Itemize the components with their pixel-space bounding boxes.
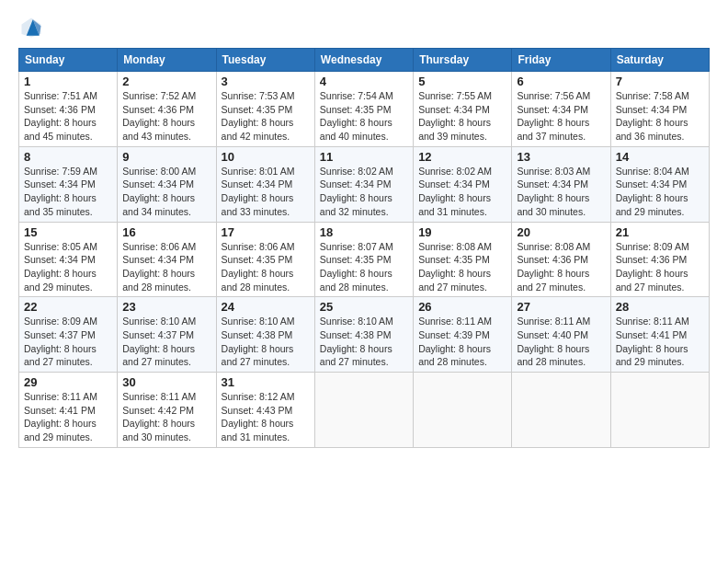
day-cell: 16Sunrise: 8:06 AM Sunset: 4:34 PM Dayli… xyxy=(118,222,216,297)
day-cell: 9Sunrise: 8:00 AM Sunset: 4:34 PM Daylig… xyxy=(118,146,216,222)
day-cell: 22Sunrise: 8:09 AM Sunset: 4:37 PM Dayli… xyxy=(19,297,118,373)
day-cell: 11Sunrise: 8:02 AM Sunset: 4:34 PM Dayli… xyxy=(314,146,413,222)
day-cell: 15Sunrise: 8:05 AM Sunset: 4:34 PM Dayli… xyxy=(19,222,118,297)
calendar-page: SundayMondayTuesdayWednesdayThursdayFrid… xyxy=(0,0,728,457)
day-info: Sunrise: 8:06 AM Sunset: 4:35 PM Dayligh… xyxy=(222,240,310,294)
day-cell: 14Sunrise: 8:04 AM Sunset: 4:34 PM Dayli… xyxy=(610,146,709,222)
day-cell xyxy=(610,373,709,448)
day-cell: 21Sunrise: 8:09 AM Sunset: 4:36 PM Dayli… xyxy=(610,222,709,297)
day-number: 22 xyxy=(24,300,112,314)
day-number: 10 xyxy=(222,150,310,164)
day-cell: 19Sunrise: 8:08 AM Sunset: 4:35 PM Dayli… xyxy=(414,222,512,297)
day-info: Sunrise: 8:11 AM Sunset: 4:40 PM Dayligh… xyxy=(517,315,605,369)
day-number: 6 xyxy=(517,75,605,88)
day-cell: 20Sunrise: 8:08 AM Sunset: 4:36 PM Dayli… xyxy=(512,222,610,297)
day-cell: 8Sunrise: 7:59 AM Sunset: 4:34 PM Daylig… xyxy=(19,146,118,222)
day-cell: 13Sunrise: 8:03 AM Sunset: 4:34 PM Dayli… xyxy=(512,146,610,222)
day-info: Sunrise: 8:10 AM Sunset: 4:37 PM Dayligh… xyxy=(122,315,210,369)
day-info: Sunrise: 8:10 AM Sunset: 4:38 PM Dayligh… xyxy=(320,315,408,369)
logo-icon xyxy=(18,15,44,40)
day-number: 15 xyxy=(24,225,112,239)
column-header-thursday: Thursday xyxy=(414,49,512,72)
day-number: 29 xyxy=(24,375,112,389)
day-cell: 3Sunrise: 7:53 AM Sunset: 4:35 PM Daylig… xyxy=(216,72,314,147)
day-info: Sunrise: 8:11 AM Sunset: 4:42 PM Dayligh… xyxy=(122,390,210,444)
day-number: 24 xyxy=(222,300,310,314)
day-info: Sunrise: 8:00 AM Sunset: 4:34 PM Dayligh… xyxy=(122,165,210,219)
day-cell: 4Sunrise: 7:54 AM Sunset: 4:35 PM Daylig… xyxy=(314,72,413,147)
day-number: 25 xyxy=(320,300,408,314)
day-number: 16 xyxy=(122,225,210,239)
day-info: Sunrise: 7:56 AM Sunset: 4:34 PM Dayligh… xyxy=(517,89,605,144)
day-info: Sunrise: 8:08 AM Sunset: 4:36 PM Dayligh… xyxy=(517,240,605,294)
day-info: Sunrise: 8:04 AM Sunset: 4:34 PM Dayligh… xyxy=(616,165,704,219)
day-cell: 10Sunrise: 8:01 AM Sunset: 4:34 PM Dayli… xyxy=(216,146,314,222)
column-header-friday: Friday xyxy=(512,49,610,72)
day-info: Sunrise: 8:12 AM Sunset: 4:43 PM Dayligh… xyxy=(222,390,310,444)
day-number: 31 xyxy=(222,375,310,389)
header-row: SundayMondayTuesdayWednesdayThursdayFrid… xyxy=(19,49,710,72)
day-info: Sunrise: 8:10 AM Sunset: 4:38 PM Dayligh… xyxy=(222,315,310,369)
day-number: 3 xyxy=(222,75,310,88)
calendar-table: SundayMondayTuesdayWednesdayThursdayFrid… xyxy=(18,48,710,448)
day-number: 19 xyxy=(418,225,506,239)
day-cell xyxy=(512,373,610,448)
day-info: Sunrise: 7:53 AM Sunset: 4:35 PM Dayligh… xyxy=(222,89,310,144)
day-number: 12 xyxy=(418,150,506,164)
day-number: 17 xyxy=(222,225,310,239)
column-header-monday: Monday xyxy=(118,49,216,72)
day-cell: 25Sunrise: 8:10 AM Sunset: 4:38 PM Dayli… xyxy=(314,297,413,373)
day-number: 18 xyxy=(320,225,408,239)
day-cell: 26Sunrise: 8:11 AM Sunset: 4:39 PM Dayli… xyxy=(414,297,512,373)
day-number: 30 xyxy=(122,375,210,389)
day-info: Sunrise: 8:02 AM Sunset: 4:34 PM Dayligh… xyxy=(418,165,506,219)
day-info: Sunrise: 8:07 AM Sunset: 4:35 PM Dayligh… xyxy=(320,240,408,294)
day-cell: 18Sunrise: 8:07 AM Sunset: 4:35 PM Dayli… xyxy=(314,222,413,297)
week-row-2: 8Sunrise: 7:59 AM Sunset: 4:34 PM Daylig… xyxy=(19,146,710,222)
day-info: Sunrise: 7:58 AM Sunset: 4:34 PM Dayligh… xyxy=(616,89,704,144)
day-info: Sunrise: 7:59 AM Sunset: 4:34 PM Dayligh… xyxy=(24,165,112,219)
logo xyxy=(18,15,48,40)
day-cell: 24Sunrise: 8:10 AM Sunset: 4:38 PM Dayli… xyxy=(216,297,314,373)
week-row-4: 22Sunrise: 8:09 AM Sunset: 4:37 PM Dayli… xyxy=(19,297,710,373)
day-info: Sunrise: 8:11 AM Sunset: 4:39 PM Dayligh… xyxy=(418,315,506,369)
day-info: Sunrise: 8:06 AM Sunset: 4:34 PM Dayligh… xyxy=(122,240,210,294)
day-cell: 7Sunrise: 7:58 AM Sunset: 4:34 PM Daylig… xyxy=(610,72,709,147)
day-number: 27 xyxy=(517,300,605,314)
day-cell: 23Sunrise: 8:10 AM Sunset: 4:37 PM Dayli… xyxy=(118,297,216,373)
day-cell: 1Sunrise: 7:51 AM Sunset: 4:36 PM Daylig… xyxy=(19,72,118,147)
day-cell: 28Sunrise: 8:11 AM Sunset: 4:41 PM Dayli… xyxy=(610,297,709,373)
day-info: Sunrise: 8:08 AM Sunset: 4:35 PM Dayligh… xyxy=(418,240,506,294)
day-cell: 29Sunrise: 8:11 AM Sunset: 4:41 PM Dayli… xyxy=(19,373,118,448)
column-header-sunday: Sunday xyxy=(19,49,118,72)
header xyxy=(18,15,710,40)
day-cell: 12Sunrise: 8:02 AM Sunset: 4:34 PM Dayli… xyxy=(414,146,512,222)
day-number: 28 xyxy=(616,300,704,314)
day-number: 11 xyxy=(320,150,408,164)
week-row-1: 1Sunrise: 7:51 AM Sunset: 4:36 PM Daylig… xyxy=(19,72,710,147)
column-header-wednesday: Wednesday xyxy=(314,49,413,72)
day-number: 5 xyxy=(418,75,506,88)
day-info: Sunrise: 8:03 AM Sunset: 4:34 PM Dayligh… xyxy=(517,165,605,219)
week-row-3: 15Sunrise: 8:05 AM Sunset: 4:34 PM Dayli… xyxy=(19,222,710,297)
day-cell: 30Sunrise: 8:11 AM Sunset: 4:42 PM Dayli… xyxy=(118,373,216,448)
day-info: Sunrise: 8:09 AM Sunset: 4:37 PM Dayligh… xyxy=(24,315,112,369)
day-number: 2 xyxy=(122,75,210,88)
day-cell: 17Sunrise: 8:06 AM Sunset: 4:35 PM Dayli… xyxy=(216,222,314,297)
day-cell xyxy=(414,373,512,448)
day-number: 20 xyxy=(517,225,605,239)
column-header-saturday: Saturday xyxy=(610,49,709,72)
day-cell: 27Sunrise: 8:11 AM Sunset: 4:40 PM Dayli… xyxy=(512,297,610,373)
day-info: Sunrise: 7:54 AM Sunset: 4:35 PM Dayligh… xyxy=(320,89,408,144)
day-number: 21 xyxy=(616,225,704,239)
day-number: 9 xyxy=(122,150,210,164)
day-info: Sunrise: 8:01 AM Sunset: 4:34 PM Dayligh… xyxy=(222,165,310,219)
day-cell: 31Sunrise: 8:12 AM Sunset: 4:43 PM Dayli… xyxy=(216,373,314,448)
day-info: Sunrise: 7:55 AM Sunset: 4:34 PM Dayligh… xyxy=(418,89,506,144)
day-number: 14 xyxy=(616,150,704,164)
day-number: 26 xyxy=(418,300,506,314)
day-info: Sunrise: 8:11 AM Sunset: 4:41 PM Dayligh… xyxy=(616,315,704,369)
day-number: 1 xyxy=(24,75,112,88)
week-row-5: 29Sunrise: 8:11 AM Sunset: 4:41 PM Dayli… xyxy=(19,373,710,448)
day-info: Sunrise: 7:51 AM Sunset: 4:36 PM Dayligh… xyxy=(24,89,112,144)
